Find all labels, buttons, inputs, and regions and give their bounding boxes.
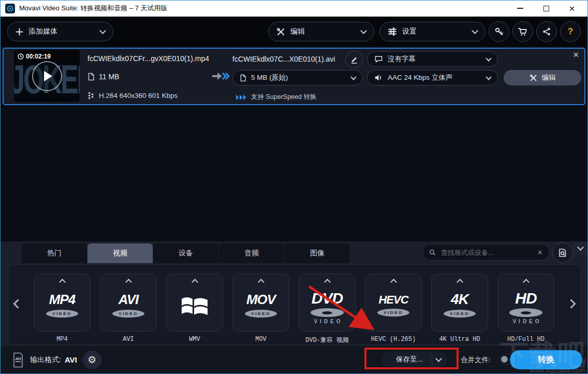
cart-button[interactable] [512,21,533,42]
video-thumbnail[interactable]: JOKER 00:02:19 [14,50,80,102]
format-card-mp4[interactable]: MP4 VIDEO [34,274,91,332]
format-card-dvd[interactable]: DVD VIDEO [299,274,356,332]
format-logo: HEVC [378,293,408,307]
plus-icon [16,28,23,36]
play-button[interactable] [32,61,62,91]
media-item-row[interactable]: JOKER 00:02:19 fcCWIEkdlx07CFr...gvX0E01… [3,48,585,105]
chevron-down-icon [486,74,491,80]
format-icon-text: AVI [14,357,21,361]
output-size-value: 5 MB (原始) [251,73,288,82]
clock-icon [18,53,24,60]
chevron-up-icon[interactable] [59,279,66,285]
chevron-up-icon[interactable] [390,279,397,285]
tab-popular[interactable]: 热门 [22,243,87,263]
close-icon: ✕ [572,50,579,59]
edit-menu-label: 编辑 [290,27,305,36]
video-badge: VIDEO [377,309,409,317]
key-icon [494,27,504,36]
chevron-up-icon[interactable] [457,279,463,285]
search-icon [429,249,436,256]
clear-search-button[interactable]: ✕ [537,249,543,256]
save-to-button[interactable]: 保存至... [382,352,447,367]
format-preview-button[interactable] [552,242,573,263]
gear-icon: ⚙ [87,354,96,366]
speech-bubble-icon [374,55,383,63]
superspeed-text: 支持 SuperSpeed 转换 [251,93,316,102]
format-slot-mp4: MP4 VIDEO MP4 [34,274,91,344]
edit-file-button[interactable]: 编辑 [504,70,581,85]
tab-devices[interactable]: 设备 [153,243,218,263]
tab-images[interactable]: 图像 [285,243,350,263]
chevron-up-icon[interactable] [258,279,264,285]
window-title: Movavi Video Suite: 转换视频和音频 – 7 天试用版 [19,4,168,13]
format-cards: MP4 VIDEO MP4 AVI VIDEO AVI [34,274,554,344]
disc-icon [311,308,344,317]
subtitles-dropdown[interactable]: 沒有字幕 [367,51,498,67]
windows-logo-icon [181,295,208,319]
chevron-down-icon [99,27,106,34]
format-card-4k[interactable]: 4K VIDEO [431,274,488,332]
format-label: DVD-兼容 视频 [305,336,349,344]
tools-icon [530,74,537,82]
settings-menu-button[interactable]: 设置 [379,22,486,41]
format-label: AVI [123,336,134,343]
format-slot-hevc: HEVC VIDEO HEVC (H.265) [365,274,422,344]
output-filename: fcCWIEkdlx07C...X0E010(1).avi [232,55,335,63]
format-label: 4K Ultra HD [439,336,480,343]
tools-icon [276,27,285,36]
close-button[interactable]: ✕ [568,5,576,12]
audio-dropdown[interactable]: AAC 24 Kbps 立体声 [367,70,498,85]
chevron-up-icon[interactable] [192,279,198,285]
tab-video[interactable]: 视频 [87,243,153,263]
chevron-up-icon[interactable] [523,279,530,285]
edit-file-label: 编辑 [542,73,556,82]
conversion-arrow-icon [212,71,230,81]
activation-key-button[interactable] [489,21,509,42]
chevron-up-icon[interactable] [324,279,331,285]
scroll-right-button[interactable] [568,300,575,309]
source-size: 11 MB [99,73,119,81]
minimize-button[interactable] [517,5,524,12]
output-format-label: 输出格式: [30,355,61,365]
output-size-dropdown[interactable]: 5 MB (原始) [232,70,363,85]
remove-file-button[interactable]: ✕ [572,50,579,60]
format-card-hd[interactable]: HD VIDEO [497,274,554,332]
format-settings-button[interactable]: ⚙ [83,351,101,369]
source-size-row: 11 MB [87,73,119,81]
sliders-icon [388,27,397,36]
pencil-icon [350,55,358,64]
collapse-panel-button[interactable] [573,241,587,255]
format-card-avi[interactable]: AVI VIDEO [100,274,157,332]
app-logo-icon [5,4,15,13]
codec-icon [87,92,95,99]
source-codec-row: H.264 640x360 601 Kbps [87,92,178,99]
close-icon: ✕ [537,249,543,256]
tab-audio[interactable]: 音频 [219,243,284,263]
format-card-hevc[interactable]: HEVC VIDEO [365,274,422,332]
title-bar: Movavi Video Suite: 转换视频和音频 – 7 天试用版 ✕ [0,0,588,17]
video-badge: VIDEO [245,310,277,318]
rename-button[interactable] [345,51,363,68]
format-label: MP4 [56,336,68,343]
maximize-button[interactable] [542,5,550,12]
share-button[interactable] [536,21,557,42]
format-logo: MOV [246,292,275,308]
format-card-wmv[interactable] [166,274,223,332]
scroll-left-button[interactable] [14,300,21,309]
format-slot-avi: AVI VIDEO AVI [100,274,157,344]
format-slot-wmv: WMV [166,274,223,344]
superspeed-note: 支持 SuperSpeed 转换 [236,93,316,102]
convert-button[interactable]: 转换 [510,350,582,369]
search-input[interactable] [440,248,533,257]
add-media-button[interactable]: 添加媒体 [7,22,113,41]
chevron-down-icon [472,27,478,34]
chevron-up-icon[interactable] [125,279,132,285]
help-button[interactable]: ? [560,21,581,42]
video-badge: VIDEO [444,310,476,318]
edit-menu-button[interactable]: 编辑 [268,22,374,41]
settings-menu-label: 设置 [402,27,417,36]
format-card-mov[interactable]: MOV VIDEO [232,274,289,332]
divider [432,355,432,364]
format-tabs: 热门 视频 设备 音频 图像 [22,243,350,263]
format-slot-mov: MOV VIDEO MOV [232,274,289,344]
